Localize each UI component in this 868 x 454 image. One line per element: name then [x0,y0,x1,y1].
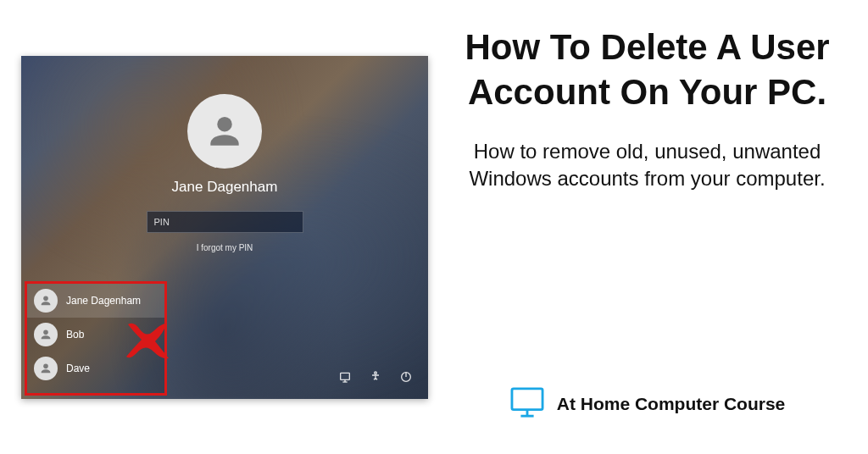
windows-login-screenshot: Jane Dagenham PIN I forgot my PIN Jane D… [21,56,428,399]
user-list-highlight-box: Jane Dagenham Bob Dave [25,281,167,396]
user-list-name: Dave [66,363,90,374]
pin-placeholder-text: PIN [154,217,170,227]
svg-point-2 [43,329,48,335]
power-icon[interactable] [399,370,413,387]
page-title: How To Delete A User Account On Your PC. [452,25,843,114]
user-list-item[interactable]: Dave [27,352,164,385]
pin-input[interactable]: PIN [147,211,303,233]
svg-point-0 [217,116,232,131]
avatar-icon [34,357,58,380]
svg-point-7 [375,372,377,374]
forgot-pin-link[interactable]: I forgot my PIN [114,243,335,252]
svg-point-1 [43,296,48,301]
user-list-name: Bob [66,329,84,340]
avatar-icon [34,323,58,346]
brand-name: At Home Computer Course [557,394,786,414]
user-list-item[interactable]: Jane Dagenham [27,284,164,318]
screenshot-panel: Jane Dagenham PIN I forgot my PIN Jane D… [0,0,428,454]
login-center: Jane Dagenham PIN I forgot my PIN [114,94,335,252]
brand-footer: At Home Computer Course [452,386,843,437]
ease-of-access-icon[interactable] [369,370,382,387]
article-panel: How To Delete A User Account On Your PC.… [428,0,868,454]
user-list-name: Jane Dagenham [66,295,141,307]
svg-rect-10 [512,389,542,410]
svg-rect-4 [341,373,350,379]
avatar-icon [34,289,58,313]
svg-point-3 [43,363,48,368]
monitor-icon [509,386,545,422]
system-tray [338,370,413,387]
avatar-icon [187,94,262,169]
page-subtitle: How to remove old, unused, unwanted Wind… [452,138,843,193]
user-list-item[interactable]: Bob [27,318,164,352]
current-username: Jane Dagenham [114,179,335,196]
network-icon[interactable] [338,370,352,387]
